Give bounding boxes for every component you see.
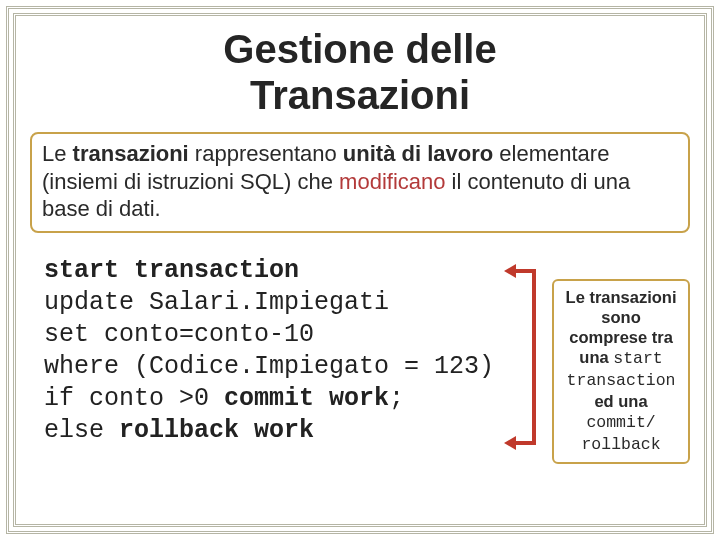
intro-text: Le transazioni rappresentano unità di la…	[42, 140, 678, 223]
note-box: Le transazioni sono comprese tra una sta…	[552, 279, 690, 464]
slide-title: Gestione delle Transazioni	[30, 26, 690, 118]
slide-frame: Gestione delle Transazioni Le transazion…	[13, 13, 707, 527]
arrow-column	[504, 255, 542, 447]
note-column: Le transazioni sono comprese tra una sta…	[552, 255, 690, 464]
intro-highlight: modificano	[339, 169, 445, 194]
code-column: start transaction update Salari.Impiegat…	[44, 255, 494, 447]
arrow-stem	[532, 269, 536, 445]
body-row: start transaction update Salari.Impiegat…	[30, 255, 690, 464]
bracket-arrow-icon	[510, 269, 536, 445]
code-kw-commit: commit work	[224, 384, 389, 413]
code-line: where (Codice.Impiegato = 123)	[44, 352, 494, 381]
title-line1: Gestione delle Transazioni	[223, 27, 496, 117]
code-line: if conto >0	[44, 384, 224, 413]
code-line: set conto=conto-10	[44, 320, 314, 349]
slide-outer-border: Gestione delle Transazioni Le transazion…	[6, 6, 714, 534]
code-kw-start: start transaction	[44, 256, 299, 285]
note-seg: ed una	[594, 392, 647, 410]
code-block: start transaction update Salari.Impiegat…	[44, 255, 494, 447]
code-line: else	[44, 416, 119, 445]
intro-bold1: transazioni	[73, 141, 189, 166]
intro-seg: Le	[42, 141, 73, 166]
arrow-top-bar	[514, 269, 536, 273]
arrow-head-top-icon	[504, 264, 516, 278]
code-line: update Salari.Impiegati	[44, 288, 389, 317]
intro-box: Le transazioni rappresentano unità di la…	[30, 132, 690, 233]
code-kw-rollback: rollback work	[119, 416, 314, 445]
intro-bold2: unità di lavoro	[343, 141, 493, 166]
arrow-head-bottom-icon	[504, 436, 516, 450]
intro-seg: rappresentano	[189, 141, 343, 166]
code-line: ;	[389, 384, 404, 413]
arrow-bottom-bar	[514, 441, 536, 445]
note-mono2: commit/ rollback	[581, 413, 660, 454]
